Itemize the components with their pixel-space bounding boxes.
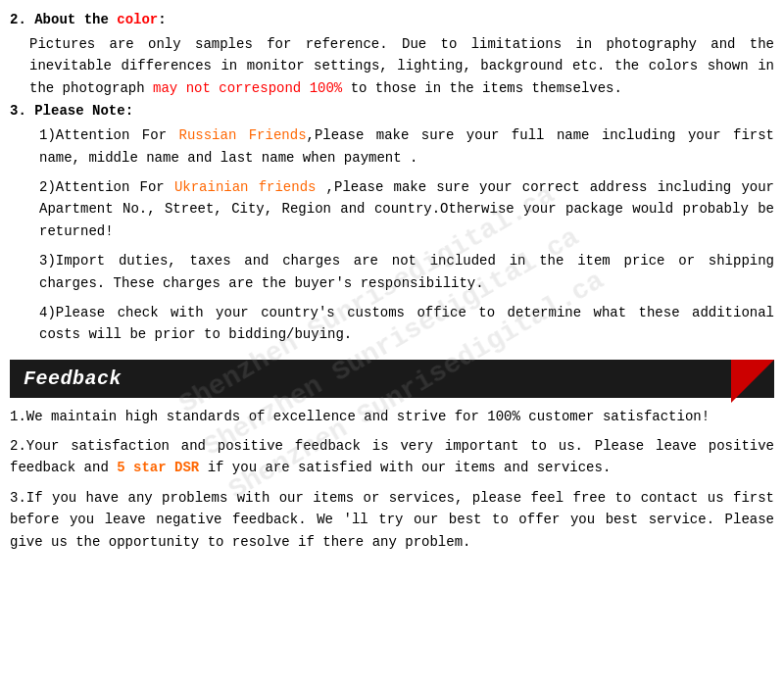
please-note-label: Please Note bbox=[34, 103, 124, 119]
feedback-1-text: We maintain high standards of excellence… bbox=[26, 409, 710, 424]
feedback-2-suffix: if you are satisfied with our items and … bbox=[199, 460, 611, 475]
may-not-correspond-highlight: may not correspond 100% bbox=[153, 80, 342, 96]
feedback-header: Feedback bbox=[10, 360, 774, 398]
please-note-colon: : bbox=[125, 103, 133, 119]
five-star-dsr-highlight: 5 star DSR bbox=[117, 460, 199, 475]
main-content: 2. About the color: Pictures are only sa… bbox=[10, 12, 774, 553]
feedback-item-1: 1.We maintain high standards of excellen… bbox=[10, 406, 774, 427]
feedback-3-number: 3. bbox=[10, 490, 26, 506]
feedback-2-number: 2. bbox=[10, 438, 26, 454]
feedback-item-3: 3.If you have any problems with our item… bbox=[10, 487, 774, 553]
section-3-number: 3. bbox=[10, 103, 26, 119]
color-body-suffix: to those in the items themselves. bbox=[342, 80, 622, 96]
about-color-prefix: About the bbox=[34, 12, 117, 27]
note-1-prefix: Attention For bbox=[56, 127, 179, 143]
section-color-title: 2. About the color: bbox=[10, 12, 774, 27]
feedback-3-text: If you have any problems with our items … bbox=[10, 490, 774, 550]
note-1-index: 1) bbox=[39, 127, 56, 143]
feedback-section: 1.We maintain high standards of excellen… bbox=[10, 406, 774, 553]
note-item-2: 2)Attention For Ukrainian friends ,Pleas… bbox=[10, 176, 774, 242]
color-description: Pictures are only samples for reference.… bbox=[10, 33, 774, 99]
note-3-index: 3) bbox=[39, 253, 56, 269]
note-4-index: 4) bbox=[39, 305, 56, 320]
note-2-index: 2) bbox=[39, 179, 56, 195]
feedback-label: Feedback bbox=[24, 368, 122, 390]
ukrainian-friends-highlight: Ukrainian friends bbox=[174, 179, 317, 195]
russian-friends-highlight: Russian Friends bbox=[178, 127, 306, 143]
section-2-number: 2. bbox=[10, 12, 26, 27]
note-item-4: 4)Please check with your country's custo… bbox=[10, 302, 774, 346]
feedback-1-number: 1. bbox=[10, 409, 26, 424]
note-item-3: 3)Import duties, taxes and charges are n… bbox=[10, 250, 774, 294]
feedback-item-2: 2.Your satisfaction and positive feedbac… bbox=[10, 435, 774, 479]
note-item-1: 1)Attention For Russian Friends,Please m… bbox=[10, 124, 774, 169]
note-4-text: Please check with your country's customs… bbox=[39, 305, 774, 342]
color-highlight: color bbox=[117, 12, 158, 27]
note-2-prefix: Attention For bbox=[56, 179, 174, 195]
note-3-text: Import duties, taxes and charges are not… bbox=[39, 253, 774, 290]
about-color-suffix: : bbox=[158, 12, 166, 27]
section-please-note-title: 3. Please Note: bbox=[10, 103, 774, 119]
